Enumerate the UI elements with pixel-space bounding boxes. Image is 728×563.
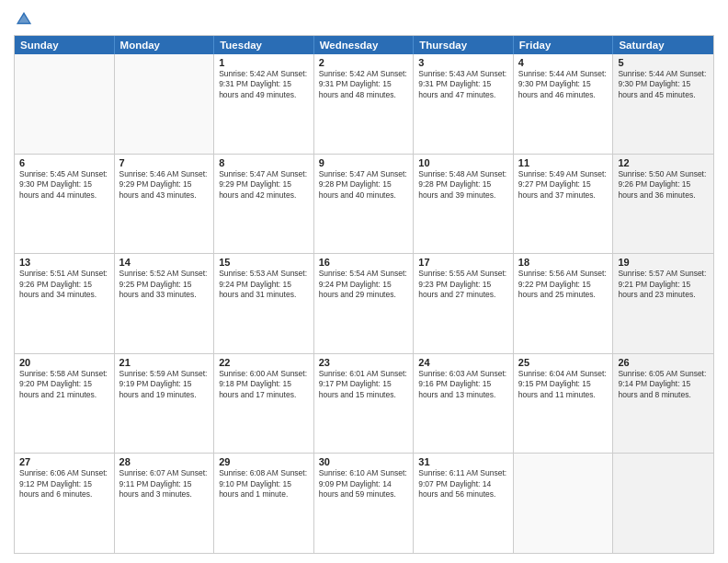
day-info: Sunrise: 5:57 AM Sunset: 9:21 PM Dayligh… <box>618 269 709 300</box>
day-info: Sunrise: 6:00 AM Sunset: 9:18 PM Dayligh… <box>219 369 309 400</box>
day-6: 6Sunrise: 5:45 AM Sunset: 9:30 PM Daylig… <box>15 155 115 254</box>
day-22: 22Sunrise: 6:00 AM Sunset: 9:18 PM Dayli… <box>214 354 314 454</box>
day-number: 5 <box>618 57 709 68</box>
day-3: 3Sunrise: 5:43 AM Sunset: 9:31 PM Daylig… <box>414 54 514 154</box>
day-24: 24Sunrise: 6:03 AM Sunset: 9:16 PM Dayli… <box>414 354 514 454</box>
day-number: 24 <box>418 357 508 368</box>
day-info: Sunrise: 5:42 AM Sunset: 9:31 PM Dayligh… <box>319 69 409 100</box>
calendar-week-5: 27Sunrise: 6:06 AM Sunset: 9:12 PM Dayli… <box>15 453 713 553</box>
day-23: 23Sunrise: 6:01 AM Sunset: 9:17 PM Dayli… <box>314 354 415 454</box>
logo <box>14 9 38 29</box>
day-info: Sunrise: 5:44 AM Sunset: 9:30 PM Dayligh… <box>518 69 609 100</box>
calendar: SundayMondayTuesdayWednesdayThursdayFrid… <box>14 35 714 554</box>
day-number: 26 <box>618 357 709 368</box>
day-number: 30 <box>319 456 409 467</box>
day-11: 11Sunrise: 5:49 AM Sunset: 9:27 PM Dayli… <box>514 155 614 254</box>
day-number: 10 <box>418 157 508 168</box>
header-day-sunday: Sunday <box>15 36 115 54</box>
day-info: Sunrise: 5:47 AM Sunset: 9:29 PM Dayligh… <box>219 169 309 201</box>
day-number: 14 <box>119 257 210 268</box>
day-info: Sunrise: 5:43 AM Sunset: 9:31 PM Dayligh… <box>418 69 508 100</box>
day-number: 15 <box>219 257 309 268</box>
day-info: Sunrise: 5:42 AM Sunset: 9:31 PM Dayligh… <box>219 69 309 100</box>
day-number: 29 <box>219 456 309 467</box>
calendar-week-1: 1Sunrise: 5:42 AM Sunset: 9:31 PM Daylig… <box>15 54 713 154</box>
day-info: Sunrise: 5:51 AM Sunset: 9:26 PM Dayligh… <box>19 269 109 300</box>
header-day-wednesday: Wednesday <box>314 36 415 54</box>
day-info: Sunrise: 5:56 AM Sunset: 9:22 PM Dayligh… <box>518 269 609 300</box>
day-18: 18Sunrise: 5:56 AM Sunset: 9:22 PM Dayli… <box>514 254 614 353</box>
day-info: Sunrise: 6:05 AM Sunset: 9:14 PM Dayligh… <box>618 369 709 400</box>
day-13: 13Sunrise: 5:51 AM Sunset: 9:26 PM Dayli… <box>15 254 115 353</box>
empty-cell <box>514 454 614 553</box>
empty-cell <box>15 54 115 154</box>
day-info: Sunrise: 6:06 AM Sunset: 9:12 PM Dayligh… <box>19 468 109 500</box>
day-26: 26Sunrise: 6:05 AM Sunset: 9:14 PM Dayli… <box>613 354 713 454</box>
day-number: 1 <box>219 57 309 68</box>
day-number: 9 <box>319 157 409 168</box>
header-day-friday: Friday <box>514 36 614 54</box>
day-number: 6 <box>19 157 109 168</box>
day-5: 5Sunrise: 5:44 AM Sunset: 9:30 PM Daylig… <box>613 54 713 154</box>
day-info: Sunrise: 5:48 AM Sunset: 9:28 PM Dayligh… <box>418 169 508 201</box>
day-number: 4 <box>518 57 609 68</box>
day-info: Sunrise: 6:04 AM Sunset: 9:15 PM Dayligh… <box>518 369 609 400</box>
day-number: 12 <box>618 157 709 168</box>
day-8: 8Sunrise: 5:47 AM Sunset: 9:29 PM Daylig… <box>214 155 314 254</box>
calendar-week-2: 6Sunrise: 5:45 AM Sunset: 9:30 PM Daylig… <box>15 154 713 254</box>
logo-icon <box>14 9 34 29</box>
day-number: 16 <box>319 257 409 268</box>
day-31: 31Sunrise: 6:11 AM Sunset: 9:07 PM Dayli… <box>414 454 514 553</box>
calendar-body: 1Sunrise: 5:42 AM Sunset: 9:31 PM Daylig… <box>15 54 713 553</box>
day-number: 8 <box>219 157 309 168</box>
day-info: Sunrise: 5:44 AM Sunset: 9:30 PM Dayligh… <box>618 69 709 100</box>
day-number: 18 <box>518 257 609 268</box>
page: SundayMondayTuesdayWednesdayThursdayFrid… <box>0 0 728 563</box>
day-14: 14Sunrise: 5:52 AM Sunset: 9:25 PM Dayli… <box>115 254 215 353</box>
day-number: 20 <box>19 357 109 368</box>
day-info: Sunrise: 6:10 AM Sunset: 9:09 PM Dayligh… <box>319 468 409 500</box>
empty-cell <box>613 454 713 553</box>
day-info: Sunrise: 6:07 AM Sunset: 9:11 PM Dayligh… <box>119 468 210 500</box>
header-day-monday: Monday <box>115 36 215 54</box>
day-number: 22 <box>219 357 309 368</box>
day-info: Sunrise: 5:50 AM Sunset: 9:26 PM Dayligh… <box>618 169 709 201</box>
day-info: Sunrise: 5:49 AM Sunset: 9:27 PM Dayligh… <box>518 169 609 201</box>
day-16: 16Sunrise: 5:54 AM Sunset: 9:24 PM Dayli… <box>314 254 415 353</box>
day-17: 17Sunrise: 5:55 AM Sunset: 9:23 PM Dayli… <box>414 254 514 353</box>
day-number: 2 <box>319 57 409 68</box>
day-number: 25 <box>518 357 609 368</box>
day-number: 11 <box>518 157 609 168</box>
calendar-week-3: 13Sunrise: 5:51 AM Sunset: 9:26 PM Dayli… <box>15 253 713 353</box>
header-day-saturday: Saturday <box>613 36 713 54</box>
day-27: 27Sunrise: 6:06 AM Sunset: 9:12 PM Dayli… <box>15 454 115 553</box>
day-info: Sunrise: 6:08 AM Sunset: 9:10 PM Dayligh… <box>219 468 309 500</box>
day-9: 9Sunrise: 5:47 AM Sunset: 9:28 PM Daylig… <box>314 155 415 254</box>
header-day-tuesday: Tuesday <box>214 36 314 54</box>
day-number: 27 <box>19 456 109 467</box>
header <box>14 9 714 29</box>
day-21: 21Sunrise: 5:59 AM Sunset: 9:19 PM Dayli… <box>115 354 215 454</box>
day-info: Sunrise: 5:54 AM Sunset: 9:24 PM Dayligh… <box>319 269 409 300</box>
day-info: Sunrise: 5:45 AM Sunset: 9:30 PM Dayligh… <box>19 169 109 201</box>
day-info: Sunrise: 5:52 AM Sunset: 9:25 PM Dayligh… <box>119 269 210 300</box>
day-info: Sunrise: 5:59 AM Sunset: 9:19 PM Dayligh… <box>119 369 210 400</box>
header-day-thursday: Thursday <box>414 36 514 54</box>
day-info: Sunrise: 5:53 AM Sunset: 9:24 PM Dayligh… <box>219 269 309 300</box>
day-info: Sunrise: 6:11 AM Sunset: 9:07 PM Dayligh… <box>418 468 508 500</box>
day-info: Sunrise: 5:46 AM Sunset: 9:29 PM Dayligh… <box>119 169 210 201</box>
day-info: Sunrise: 6:01 AM Sunset: 9:17 PM Dayligh… <box>319 369 409 400</box>
day-10: 10Sunrise: 5:48 AM Sunset: 9:28 PM Dayli… <box>414 155 514 254</box>
day-number: 7 <box>119 157 210 168</box>
day-4: 4Sunrise: 5:44 AM Sunset: 9:30 PM Daylig… <box>514 54 614 154</box>
day-number: 19 <box>618 257 709 268</box>
day-19: 19Sunrise: 5:57 AM Sunset: 9:21 PM Dayli… <box>613 254 713 353</box>
day-1: 1Sunrise: 5:42 AM Sunset: 9:31 PM Daylig… <box>214 54 314 154</box>
day-12: 12Sunrise: 5:50 AM Sunset: 9:26 PM Dayli… <box>613 155 713 254</box>
day-info: Sunrise: 5:55 AM Sunset: 9:23 PM Dayligh… <box>418 269 508 300</box>
day-number: 3 <box>418 57 508 68</box>
day-number: 23 <box>319 357 409 368</box>
day-number: 13 <box>19 257 109 268</box>
day-2: 2Sunrise: 5:42 AM Sunset: 9:31 PM Daylig… <box>314 54 415 154</box>
day-number: 17 <box>418 257 508 268</box>
